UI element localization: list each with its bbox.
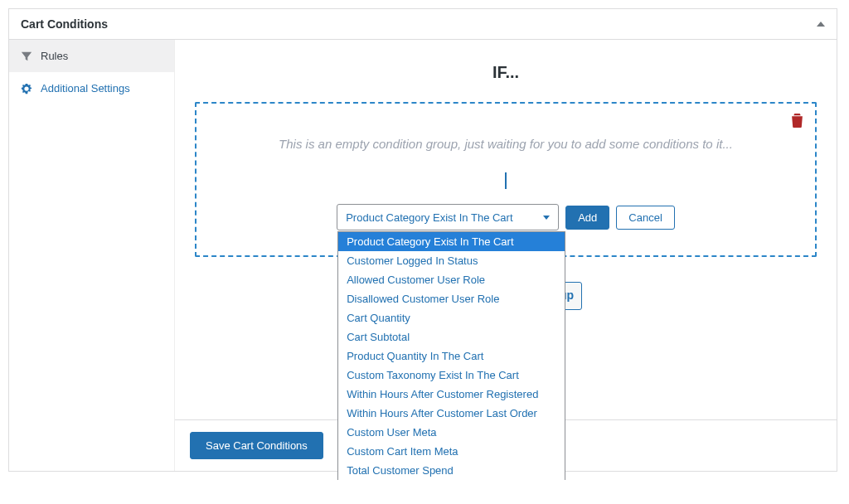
dropdown-option[interactable]: Custom Cart Item Meta bbox=[338, 442, 565, 461]
main-area: IF... This is an empty condition group, … bbox=[175, 40, 837, 471]
dropdown-option[interactable]: Custom User Meta bbox=[338, 423, 565, 442]
filter-icon bbox=[21, 51, 32, 62]
gear-icon bbox=[21, 83, 32, 94]
sidebar-item-rules[interactable]: Rules bbox=[9, 40, 174, 72]
save-cart-conditions-button[interactable]: Save Cart Conditions bbox=[190, 432, 323, 459]
panel-body: Rules Additional Settings IF... This is … bbox=[9, 40, 837, 471]
dropdown-option[interactable]: Within Hours After Customer Registered bbox=[338, 385, 565, 404]
condition-type-select[interactable]: Product Category Exist In The Cart Produ… bbox=[337, 204, 559, 230]
dropdown-option[interactable]: Customer Logged In Status bbox=[338, 251, 565, 270]
condition-type-dropdown[interactable]: Product Category Exist In The CartCustom… bbox=[337, 231, 565, 480]
if-heading: IF... bbox=[195, 63, 817, 82]
empty-group-text: This is an empty condition group, just w… bbox=[221, 137, 790, 151]
dropdown-option[interactable]: Product Quantity In The Cart bbox=[338, 346, 565, 366]
sidebar: Rules Additional Settings bbox=[9, 40, 175, 471]
cancel-condition-button[interactable]: Cancel bbox=[616, 206, 674, 230]
sidebar-item-additional-settings[interactable]: Additional Settings bbox=[9, 72, 174, 104]
cart-conditions-panel: Cart Conditions Rules Additional Setting… bbox=[8, 8, 837, 472]
condition-group: This is an empty condition group, just w… bbox=[195, 102, 817, 257]
panel-title: Cart Conditions bbox=[21, 17, 108, 31]
dropdown-option[interactable]: Disallowed Customer User Role bbox=[338, 289, 565, 308]
delete-group-button[interactable] bbox=[791, 114, 803, 130]
dropdown-option[interactable]: Cart Quantity bbox=[338, 308, 565, 327]
collapse-icon[interactable] bbox=[817, 22, 825, 27]
dropdown-option[interactable]: Product Category Exist In The Cart bbox=[338, 232, 565, 251]
dropdown-option[interactable]: Custom Taxonomy Exist In The Cart bbox=[338, 366, 565, 385]
dropdown-option[interactable]: Allowed Customer User Role bbox=[338, 270, 565, 289]
sidebar-item-label: Additional Settings bbox=[41, 82, 130, 94]
dropdown-option[interactable]: Total Customer Spend bbox=[338, 461, 565, 480]
dropdown-option[interactable]: Cart Subtotal bbox=[338, 327, 565, 346]
condition-controls: Product Category Exist In The Cart Produ… bbox=[221, 204, 790, 230]
add-condition-button[interactable]: Add bbox=[565, 206, 609, 230]
text-caret-icon bbox=[505, 172, 507, 189]
select-value: Product Category Exist In The Cart bbox=[346, 211, 512, 224]
sidebar-item-label: Rules bbox=[41, 50, 68, 62]
dropdown-option[interactable]: Within Hours After Customer Last Order bbox=[338, 404, 565, 423]
chevron-down-icon bbox=[543, 216, 550, 220]
panel-header[interactable]: Cart Conditions bbox=[9, 9, 837, 40]
